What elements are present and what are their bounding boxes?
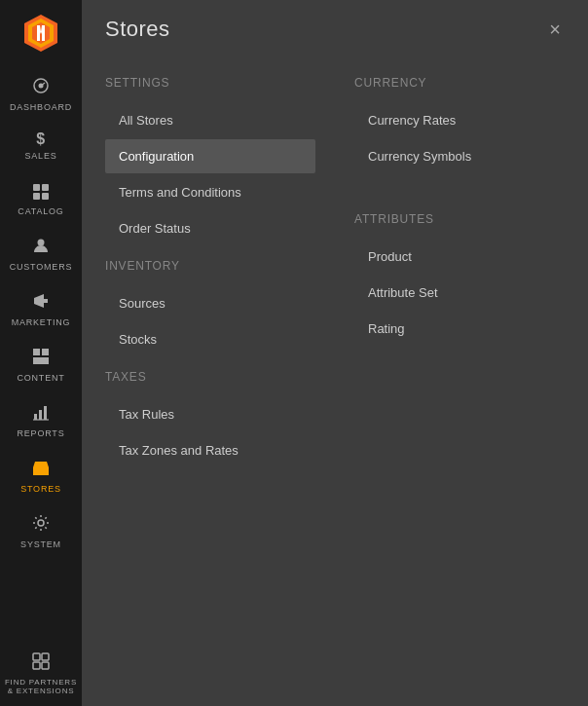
menu-item-currency-symbols[interactable]: Currency Symbols [354,139,565,173]
menu-item-rating[interactable]: Rating [354,312,565,346]
menu-item-attribute-set[interactable]: Attribute Set [354,276,565,310]
svg-rect-10 [42,184,49,191]
svg-rect-11 [33,193,40,200]
svg-rect-28 [42,662,49,669]
inventory-heading: Inventory [105,259,315,277]
sidebar-item-stores[interactable]: STORES [0,448,82,503]
panel-header: Stores × [82,0,588,53]
menu-item-tax-zones[interactable]: Tax Zones and Rates [105,433,315,467]
stores-icon [31,458,51,480]
menu-item-stocks[interactable]: Stocks [105,322,315,356]
svg-rect-16 [42,349,49,355]
sidebar-item-system-label: SYSTEM [20,539,61,549]
svg-rect-27 [33,662,40,669]
currency-heading: Currency [354,76,565,93]
sidebar-item-partners[interactable]: FIND PARTNERS & EXTENSIONS [0,642,82,706]
sidebar-item-marketing[interactable]: MARKETING [0,281,82,337]
catalog-icon [31,180,51,203]
magento-logo [20,13,61,54]
menu-item-order-status[interactable]: Order Status [105,211,315,245]
sidebar-item-customers-label: CUSTOMERS [10,262,73,272]
customers-icon [31,236,51,258]
settings-heading: Settings [105,76,315,93]
content-icon [31,347,51,369]
menu-item-configuration[interactable]: Configuration [105,139,315,173]
sidebar-item-content[interactable]: CONTENT [0,337,82,392]
sidebar-item-partners-label: FIND PARTNERS & EXTENSIONS [4,678,78,696]
sidebar-item-catalog[interactable]: CATALOG [0,170,82,226]
sidebar-item-dashboard-label: DASHBOARD [10,102,72,112]
system-icon [31,513,51,536]
menu-item-product[interactable]: Product [354,240,565,274]
marketing-icon [31,291,51,314]
svg-rect-25 [33,653,40,660]
svg-rect-15 [33,349,40,355]
sidebar-item-catalog-label: CATALOG [18,206,63,216]
svg-point-13 [38,240,45,246]
left-column: Settings All Stores Configuration Terms … [105,62,335,469]
svg-rect-12 [42,193,49,200]
svg-rect-26 [42,653,49,660]
attributes-heading: Attributes [354,212,565,230]
sidebar-item-sales-label: SALES [24,151,56,161]
menu-item-tax-rules[interactable]: Tax Rules [105,397,315,431]
svg-point-24 [38,520,44,526]
sidebar-item-reports[interactable]: REPORTS [0,392,82,448]
menu-item-sources[interactable]: Sources [105,286,315,320]
panel-content: Settings All Stores Configuration Terms … [82,53,588,493]
stores-panel: Stores × Settings All Stores Configurati… [82,0,588,706]
panel-title: Stores [105,17,170,42]
right-column: Currency Currency Rates Currency Symbols… [335,62,565,469]
reports-icon [31,402,51,425]
sidebar-item-customers[interactable]: CUSTOMERS [0,226,82,281]
sidebar-item-stores-label: STORES [20,484,61,494]
svg-rect-18 [34,414,37,420]
partners-icon [31,651,51,674]
menu-item-terms[interactable]: Terms and Conditions [105,175,315,209]
svg-rect-23 [38,469,44,475]
dashboard-icon [31,76,51,98]
sales-icon: $ [36,131,45,147]
menu-item-currency-rates[interactable]: Currency Rates [354,103,565,137]
taxes-heading: Taxes [105,370,315,388]
sidebar-item-dashboard[interactable]: DASHBOARD [0,66,82,122]
svg-rect-20 [44,406,47,420]
sidebar: DASHBOARD $ SALES CATALOG CUSTOMERS MARK… [0,0,82,706]
sidebar-item-sales[interactable]: $ SALES [0,122,82,170]
svg-rect-14 [44,299,48,303]
sidebar-item-marketing-label: MARKETING [12,317,71,327]
sidebar-item-system[interactable]: SYSTEM [0,503,82,559]
svg-rect-17 [33,357,49,364]
svg-rect-9 [33,184,40,191]
close-button[interactable]: × [545,16,565,43]
svg-rect-19 [39,410,42,420]
menu-item-all-stores[interactable]: All Stores [105,103,315,137]
sidebar-item-reports-label: REPORTS [18,428,65,438]
sidebar-item-content-label: CONTENT [17,373,64,383]
logo-area [0,0,82,66]
